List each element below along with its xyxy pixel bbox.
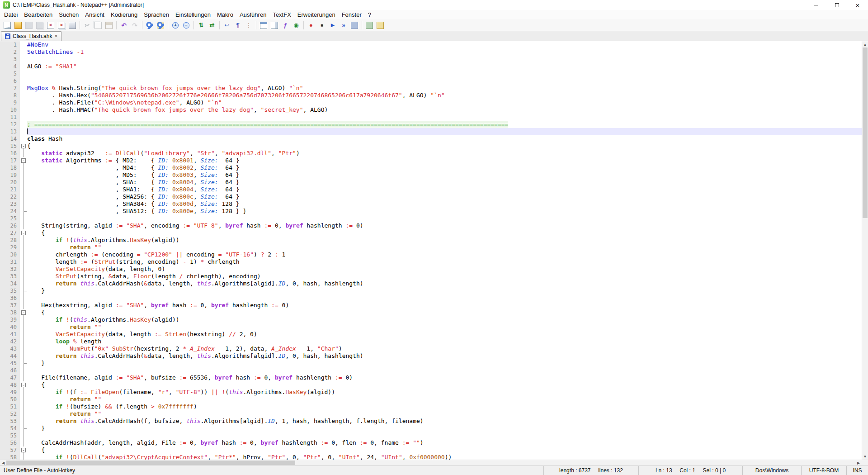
code-text[interactable]: return "" (27, 410, 862, 418)
code-text[interactable] (27, 56, 862, 63)
code-text[interactable] (27, 77, 862, 85)
line-number[interactable]: 6 (0, 77, 20, 85)
line-number[interactable]: 19 (0, 171, 20, 179)
plugin-icon-2-icon[interactable] (375, 20, 385, 30)
line-number[interactable]: 38 (0, 309, 20, 316)
horizontal-scroll-track[interactable] (6, 460, 855, 466)
line-number[interactable]: 32 (0, 266, 20, 273)
fold-collapse-icon[interactable]: - (21, 383, 26, 387)
code-text[interactable]: } (27, 360, 862, 367)
menu-item-sprachen[interactable]: Sprachen (141, 10, 172, 19)
line-number[interactable]: 56 (0, 439, 20, 446)
status-encoding[interactable]: UTF-8-BOM (801, 466, 846, 475)
code-text[interactable] (27, 70, 862, 77)
fold-collapse-icon[interactable]: - (21, 144, 26, 148)
code-text[interactable]: , SHA1: { ID: 0x8004, Size: 64 } (27, 186, 862, 193)
close-button[interactable] (847, 0, 868, 10)
code-text[interactable]: if !(bufsize) && (f.length > 0x7fffffff) (27, 403, 862, 410)
fold-collapse-icon[interactable]: - (21, 158, 26, 163)
code-text[interactable]: { (27, 309, 862, 316)
code-text[interactable] (27, 215, 862, 222)
line-number[interactable]: 34 (0, 280, 20, 287)
line-number[interactable]: 25 (0, 215, 20, 222)
line-number[interactable]: 54 (0, 425, 20, 432)
code-text[interactable]: VarSetCapacity(data, length, 0) (27, 266, 862, 273)
code-text[interactable]: } (27, 425, 862, 432)
function-list-icon[interactable]: ƒ (280, 20, 290, 30)
line-number[interactable]: 53 (0, 418, 20, 425)
minimize-button[interactable] (806, 0, 826, 10)
vertical-scroll-track[interactable] (862, 48, 868, 453)
line-number[interactable]: 23 (0, 200, 20, 208)
scroll-right-icon[interactable]: ▶ (855, 461, 862, 465)
menu-item-einstellungen[interactable]: Einstellungen (172, 10, 214, 19)
zoom-out-icon[interactable]: − (181, 20, 191, 30)
code-text[interactable]: , MD4: { ID: 0x8002, Size: 64 } (27, 164, 862, 171)
line-number[interactable]: 35 (0, 287, 20, 294)
code-text[interactable]: , SHA256: { ID: 0x800c, Size: 64 } (27, 193, 862, 200)
line-number[interactable]: 15 (0, 142, 20, 150)
code-text[interactable]: , SHA: { ID: 0x8004, Size: 64 } (27, 179, 862, 186)
code-text[interactable]: ; ======================================… (27, 121, 862, 128)
save-macro-icon[interactable] (349, 20, 359, 30)
code-text[interactable]: File(filename, algid := "SHA", bufsize :… (27, 374, 862, 381)
line-number[interactable]: 7 (0, 85, 20, 92)
fold-margin[interactable]: - (20, 142, 27, 150)
line-number[interactable]: 31 (0, 258, 20, 266)
code-text[interactable]: static advapi32 := DllCall("LoadLibrary"… (27, 150, 862, 157)
new-file-icon[interactable] (2, 20, 12, 30)
line-number[interactable]: 21 (0, 186, 20, 193)
code-text[interactable]: . Hash.File("C:\Windows\notepad.exe", AL… (27, 99, 862, 106)
vertical-scroll-thumb[interactable] (863, 48, 868, 218)
menu-item-bearbeiten[interactable]: Bearbeiten (21, 10, 56, 19)
restore-button[interactable] (826, 0, 847, 10)
status-eol-format[interactable]: Dos\Windows (742, 466, 801, 475)
line-number[interactable]: 9 (0, 99, 20, 106)
code-text[interactable]: { (27, 381, 862, 389)
line-number[interactable]: 22 (0, 193, 20, 200)
line-number[interactable]: 49 (0, 389, 20, 396)
line-number[interactable]: 3 (0, 56, 20, 63)
menu-item-ausf-hren[interactable]: Ausführen (236, 10, 269, 19)
fold-margin[interactable]: - (20, 309, 27, 316)
code-text[interactable]: . Hash.Hex("54686520717569636b2062726f77… (27, 92, 862, 99)
line-number[interactable]: 50 (0, 396, 20, 403)
code-text[interactable]: { (27, 142, 862, 150)
code-text[interactable]: MsgBox % Hash.String("The quick brown fo… (27, 85, 862, 92)
menu-item-erweiterungen[interactable]: Erweiterungen (294, 10, 339, 19)
line-number[interactable]: 1 (0, 41, 20, 48)
line-number[interactable]: 20 (0, 179, 20, 186)
code-text[interactable]: class Hash (27, 135, 862, 142)
code-text[interactable]: return this.CalcAddrHash(&data, length, … (27, 280, 862, 287)
line-number[interactable]: 12 (0, 121, 20, 128)
close-all-icon[interactable]: × (57, 20, 66, 30)
code-text[interactable]: return this.CalcAddrHash(f, bufsize, thi… (27, 418, 862, 425)
code-text[interactable]: , SHA512: { ID: 0x800e, Size: 128 } } (27, 208, 862, 215)
open-file-icon[interactable] (13, 20, 23, 30)
code-text[interactable]: { (27, 446, 862, 454)
code-text[interactable]: . Hash.HMAC("The quick brown fox jumps o… (27, 106, 862, 114)
line-number[interactable]: 8 (0, 92, 20, 99)
line-number[interactable]: 45 (0, 360, 20, 367)
run-macro-multiple-icon[interactable]: » (339, 20, 349, 30)
print-icon[interactable] (67, 20, 77, 30)
code-text[interactable]: VarSetCapacity(data, length := StrLen(he… (27, 331, 862, 338)
code-text[interactable]: } (27, 287, 862, 294)
code-text[interactable]: length := (StrPut(string, encoding) - 1)… (27, 258, 862, 266)
code-text[interactable]: StrPut(string, &data, Floor(length / chr… (27, 273, 862, 280)
code-text[interactable]: NumPut("0x" SubStr(hexstring, 2 * A_Inde… (27, 345, 862, 352)
scroll-left-icon[interactable]: ◀ (0, 461, 6, 465)
line-number[interactable]: 42 (0, 338, 20, 345)
code-text[interactable]: loop % length (27, 338, 862, 345)
line-number[interactable]: 13 (0, 128, 20, 135)
menu-item-[interactable]: ? (365, 10, 374, 19)
line-number[interactable]: 14 (0, 135, 20, 142)
menu-item-suchen[interactable]: Suchen (56, 10, 82, 19)
fold-margin[interactable]: - (20, 229, 27, 237)
monitoring-icon[interactable]: ◉ (291, 20, 301, 30)
code-text[interactable]: , SHA384: { ID: 0x800d, Size: 128 } (27, 200, 862, 208)
horizontal-scroll-thumb[interactable] (6, 461, 295, 465)
code-text[interactable] (27, 432, 862, 439)
code-text[interactable]: return "" (27, 323, 862, 331)
code-text[interactable]: { (27, 229, 862, 237)
